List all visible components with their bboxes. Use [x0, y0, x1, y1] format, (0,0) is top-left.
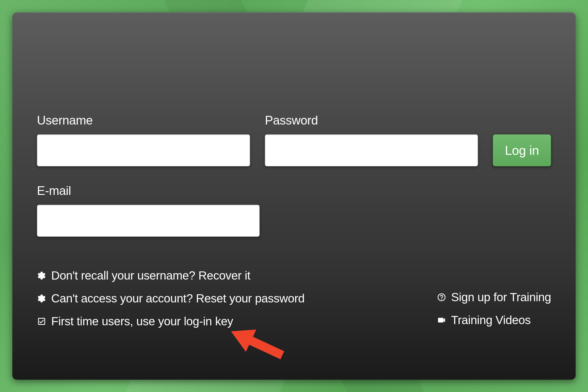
login-key-link[interactable]: First time users, use your log-in key — [37, 314, 304, 328]
username-field-group: Username — [37, 113, 250, 166]
username-label: Username — [37, 113, 250, 128]
email-input[interactable] — [37, 205, 260, 237]
question-circle-icon — [437, 292, 446, 302]
gear-icon — [37, 271, 46, 280]
signup-training-text: Sign up for Training — [451, 290, 551, 304]
help-links-right: Sign up for Training Training Videos — [437, 290, 551, 328]
check-square-icon — [37, 317, 46, 326]
help-links-left: Don't recall your username? Recover it C… — [37, 269, 304, 328]
reset-password-link[interactable]: Can't access your account? Reset your pa… — [37, 292, 304, 305]
training-videos-link[interactable]: Training Videos — [437, 313, 531, 327]
recover-username-text: Don't recall your username? Recover it — [51, 269, 250, 282]
password-label: Password — [265, 113, 478, 128]
recover-username-link[interactable]: Don't recall your username? Recover it — [37, 269, 304, 282]
signup-training-link[interactable]: Sign up for Training — [437, 290, 551, 304]
login-button[interactable]: Log in — [493, 134, 551, 166]
username-input[interactable] — [37, 134, 250, 166]
reset-password-text: Can't access your account? Reset your pa… — [51, 292, 304, 305]
help-links-row: Don't recall your username? Recover it C… — [37, 269, 551, 328]
login-panel: Username Password Log in E-mail Don't re… — [12, 12, 576, 380]
gear-icon — [37, 294, 46, 303]
email-label: E-mail — [37, 184, 260, 198]
password-field-group: Password — [265, 113, 478, 166]
login-key-text: First time users, use your log-in key — [51, 314, 233, 328]
password-input[interactable] — [265, 134, 478, 166]
video-camera-icon — [437, 316, 446, 325]
email-field-group: E-mail — [37, 184, 260, 237]
training-videos-text: Training Videos — [451, 313, 531, 327]
credentials-row: Username Password Log in — [37, 113, 551, 166]
